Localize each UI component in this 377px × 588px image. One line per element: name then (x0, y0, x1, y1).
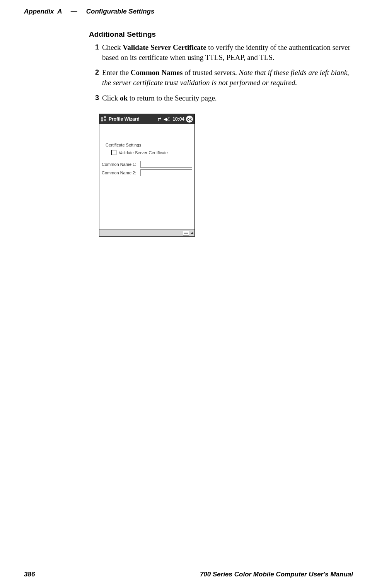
step-text: Click ok to return to the Security page. (102, 93, 356, 103)
validate-server-cert-row: Validate Server Certificate (111, 150, 189, 155)
common-name-2-label: Common Name 2: (102, 170, 140, 175)
menu-up-icon[interactable] (191, 232, 194, 234)
header-appendix: Appendix (24, 8, 54, 15)
step-list: 1 Check Validate Server Certificate to v… (89, 43, 356, 103)
main-content: Additional Settings 1 Check Validate Ser… (89, 30, 356, 108)
section-title: Additional Settings (89, 30, 356, 39)
svg-rect-2 (101, 119, 103, 121)
header-dash: — (65, 8, 83, 15)
step-text: Check Validate Server Certificate to ver… (102, 43, 356, 62)
validate-server-cert-label: Validate Server Certificate (119, 150, 168, 155)
header-appendix-letter: A (56, 8, 62, 15)
svg-rect-0 (101, 117, 103, 119)
running-footer: 386 700 Series Color Mobile Computer Use… (24, 571, 353, 578)
manual-title: 700 Series Color Mobile Computer User's … (200, 571, 353, 578)
common-name-1-input[interactable] (140, 161, 192, 168)
clock-text: 10:04 (172, 116, 184, 122)
titlebar: Profile Wizard ⇄ ◀ℰ 10:04 ok (99, 114, 194, 124)
keyboard-icon[interactable] (183, 231, 189, 235)
step-number: 3 (89, 93, 99, 103)
common-name-2-row: Common Name 2: (102, 169, 192, 176)
common-name-1-label: Common Name 1: (102, 162, 140, 167)
start-flag-icon[interactable] (101, 116, 107, 122)
header-section: Configurable Settings (86, 8, 155, 15)
step-3: 3 Click ok to return to the Security pag… (89, 93, 356, 103)
page-number: 386 (24, 571, 35, 578)
step-1: 1 Check Validate Server Certificate to v… (89, 43, 356, 62)
svg-rect-3 (104, 119, 106, 121)
common-name-1-row: Common Name 1: (102, 161, 192, 168)
ok-button[interactable]: ok (186, 116, 193, 123)
connection-icon[interactable]: ⇄ (158, 117, 161, 122)
speaker-icon[interactable]: ◀ℰ (164, 116, 170, 122)
fieldset-legend: Certificate Settings (104, 143, 142, 147)
svg-rect-1 (104, 116, 106, 118)
running-header: Appendix A — Configurable Settings (24, 8, 353, 15)
profile-wizard-screenshot: Profile Wizard ⇄ ◀ℰ 10:04 ok Certificate… (99, 114, 195, 237)
step-2: 2 Enter the Common Names of trusted serv… (89, 68, 356, 87)
step-text: Enter the Common Names of trusted server… (102, 68, 356, 87)
step-number: 2 (89, 68, 99, 87)
common-name-2-input[interactable] (140, 169, 192, 176)
sip-bar (99, 229, 194, 236)
window-title: Profile Wizard (109, 116, 157, 122)
dialog-body: Certificate Settings Validate Server Cer… (99, 124, 194, 229)
step-number: 1 (89, 43, 99, 62)
validate-server-cert-checkbox[interactable] (111, 150, 116, 155)
certificate-settings-fieldset: Certificate Settings Validate Server Cer… (102, 146, 192, 159)
